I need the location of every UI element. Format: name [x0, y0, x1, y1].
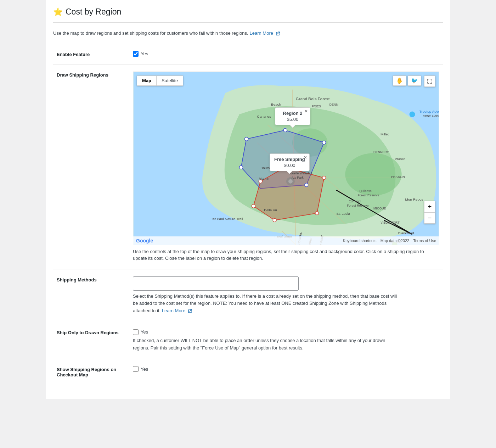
map-zoom-in-button[interactable]: + — [424, 201, 435, 212]
svg-text:Tet Paul Nature Trail: Tet Paul Nature Trail — [211, 217, 243, 221]
shipping-methods-control: Select the Shipping Method(s) this featu… — [126, 269, 443, 322]
svg-text:Belle Vu: Belle Vu — [264, 208, 277, 212]
svg-text:MICOUD: MICOUD — [373, 207, 387, 210]
svg-text:St. Lucia: St. Lucia — [336, 212, 350, 215]
draw-tool-bird[interactable]: 🐦 — [408, 75, 421, 86]
page-title: ⭐ Cost by Region — [53, 7, 121, 17]
settings-table: Enable Feature Yes Draw Shipping Regions — [53, 44, 443, 385]
region2-close-button[interactable]: ✕ — [304, 109, 308, 113]
svg-text:Atv Park: Atv Park — [292, 175, 304, 179]
external-link-icon — [276, 32, 280, 36]
map-zoom-controls: + − — [424, 201, 435, 224]
svg-point-10 — [244, 137, 248, 141]
svg-text:VIEUX FORT: VIEUX FORT — [381, 221, 400, 224]
free-shipping-close-button[interactable]: ✕ — [304, 155, 307, 159]
svg-point-48 — [410, 111, 415, 117]
svg-text:FRIES: FRIES — [312, 104, 321, 108]
svg-text:Praslin: Praslin — [395, 157, 405, 161]
enable-feature-checkbox-row: Yes — [133, 51, 439, 57]
svg-text:Quilesse: Quilesse — [359, 189, 372, 192]
region2-popup: ✕ Region 2 $5.00 — [275, 107, 310, 125]
keyboard-shortcuts-link[interactable]: Keyboard shortcuts — [343, 239, 377, 243]
google-logo: Google — [136, 238, 153, 243]
shipping-methods-description: Select the Shipping Method(s) this featu… — [133, 293, 399, 315]
svg-point-56 — [288, 179, 293, 183]
svg-point-12 — [322, 141, 326, 144]
region2-title: Region 2 — [280, 111, 306, 116]
free-shipping-price: $0.00 — [274, 163, 305, 168]
page-header: ⭐ Cost by Region — [53, 7, 443, 23]
show-regions-checkbox[interactable] — [133, 366, 139, 372]
map-type-controls: Map Satellite — [137, 75, 183, 86]
region2-price: $5.00 — [280, 117, 306, 122]
svg-text:Mamin: Mamin — [259, 176, 269, 180]
map-type-satellite-button[interactable]: Satellite — [157, 76, 183, 85]
enable-feature-control: Yes — [126, 44, 443, 65]
svg-point-18 — [315, 211, 319, 215]
learn-more-label: Learn More — [250, 30, 273, 36]
map-expand-button[interactable] — [424, 75, 435, 87]
svg-point-19 — [273, 218, 276, 222]
svg-text:Millet: Millet — [381, 132, 389, 136]
svg-text:Canaries: Canaries — [257, 114, 271, 118]
page-wrapper: ⭐ Cost by Region Use the map to draw reg… — [46, 0, 450, 399]
shipping-methods-input[interactable] — [133, 276, 299, 291]
shipping-methods-learn-more-label: Learn More — [162, 308, 185, 313]
svg-point-13 — [305, 183, 308, 186]
svg-text:Treetop Adventure Park: Treetop Adventure Park — [419, 109, 439, 113]
expand-icon — [427, 78, 433, 84]
top-description: Use the map to draw regions and set ship… — [53, 30, 443, 37]
enable-feature-row: Enable Feature Yes — [53, 44, 443, 65]
free-shipping-popup: ✕ Free Shipping $0.00 — [270, 153, 310, 171]
shipping-methods-row: Shipping Methods Select the Shipping Met… — [53, 269, 443, 322]
ship-only-row: Ship Only to Drawn Regions Yes If checke… — [53, 322, 443, 359]
ship-only-control: Yes If checked, a customer WILL NOT be a… — [126, 322, 443, 359]
map-zoom-out-button[interactable]: − — [424, 212, 435, 224]
svg-point-20 — [252, 204, 255, 208]
svg-point-17 — [322, 176, 326, 179]
ship-only-label: Ship Only to Drawn Regions — [53, 322, 126, 359]
enable-feature-checkbox[interactable] — [133, 51, 139, 57]
svg-text:Edmund: Edmund — [349, 200, 360, 203]
svg-point-14 — [239, 165, 243, 169]
show-regions-checkbox-label: Yes — [141, 366, 148, 372]
map-help-text: Use the controls at the top of the map t… — [133, 248, 439, 262]
svg-point-1 — [345, 153, 401, 196]
terms-of-use-link[interactable]: Terms of Use — [413, 239, 436, 243]
svg-text:PRASLIN: PRASLIN — [391, 175, 405, 178]
shipping-methods-label: Shipping Methods — [53, 269, 126, 322]
map-container: DENNERY PRASLIN Praslin Mon Repos MICOUD… — [133, 72, 439, 245]
star-icon: ⭐ — [53, 7, 63, 17]
svg-text:Grand Bois Forest: Grand Bois Forest — [296, 96, 330, 101]
ship-only-checkbox[interactable] — [133, 329, 139, 335]
ship-only-checkbox-row: Yes — [133, 329, 439, 335]
shipping-methods-external-link-icon — [188, 309, 192, 313]
show-regions-row: Show Shipping Regions on Checkout Map Ye… — [53, 359, 443, 385]
map-footer-links: Keyboard shortcuts Map data ©2022 Terms … — [340, 239, 436, 243]
map-data-link[interactable]: Map data ©2022 — [381, 239, 410, 243]
enable-feature-checkbox-label: Yes — [141, 51, 148, 56]
show-regions-checkbox-row: Yes — [133, 366, 439, 372]
svg-text:Blanchard: Blanchard — [398, 231, 414, 235]
page-title-text: Cost by Region — [66, 7, 121, 17]
enable-feature-label: Enable Feature — [53, 44, 126, 65]
draw-tool-hand[interactable]: ✋ — [393, 75, 406, 86]
svg-text:Mon Repos: Mon Repos — [405, 197, 423, 201]
draw-regions-label: Draw Shipping Regions — [53, 64, 126, 269]
learn-more-link[interactable]: Learn More — [250, 30, 280, 36]
ship-only-checkbox-label: Yes — [141, 329, 148, 335]
draw-regions-control: DENNERY PRASLIN Praslin Mon Repos MICOUD… — [126, 64, 443, 269]
show-regions-label: Show Shipping Regions on Checkout Map — [53, 359, 126, 385]
map-footer: Google Keyboard shortcuts Map data ©2022… — [133, 236, 439, 245]
map-type-map-button[interactable]: Map — [137, 76, 157, 85]
svg-text:Anse Canot: Anse Canot — [423, 114, 439, 118]
svg-text:Forest Reserve: Forest Reserve — [347, 204, 368, 207]
draw-regions-row: Draw Shipping Regions — [53, 64, 443, 269]
svg-text:DENNERY: DENNERY — [373, 150, 389, 154]
map-draw-tools: ✋ 🐦 — [393, 75, 421, 86]
svg-text:Forest Reserve: Forest Reserve — [357, 193, 379, 197]
shipping-methods-learn-more-link[interactable]: Learn More — [162, 308, 192, 313]
show-regions-control: Yes — [126, 359, 443, 385]
svg-text:DENN: DENN — [329, 102, 338, 106]
svg-point-11 — [283, 128, 287, 132]
